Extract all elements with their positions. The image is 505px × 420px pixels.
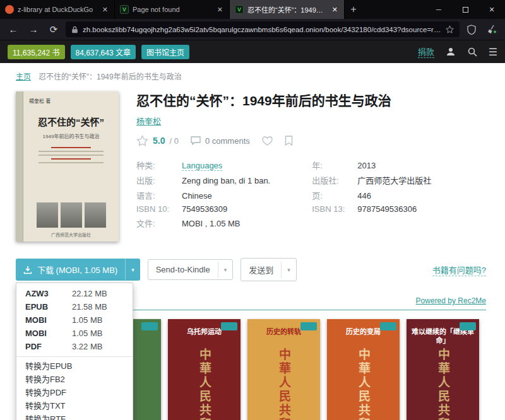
detail-row: 种类: Languages (136, 159, 270, 171)
related-book-series: 中華人民共和國史 (275, 348, 292, 420)
cover-spine (16, 91, 23, 242)
convert-to-pdf[interactable]: 转换为PDF (16, 386, 133, 399)
donate-link[interactable]: 捐款 (418, 45, 434, 58)
close-button[interactable]: ✕ (478, 0, 505, 19)
detail-label: ISBN 13: (312, 204, 357, 214)
download-format-dropdown-toggle[interactable]: ▾ (125, 259, 140, 281)
comments-count[interactable]: 0 comments (205, 136, 250, 146)
download-button[interactable]: 下载 (MOBI, 1.05 MB) (16, 259, 125, 281)
tab-title: Page not found (133, 6, 212, 13)
detail-row: 年: 2013 (312, 159, 431, 171)
format-option-pdf[interactable]: PDF 3.22 MB (16, 340, 133, 353)
site-header: 11,635,242 书 84,637,643 文章 图书馆主页 捐款 ☰ (0, 40, 505, 63)
cover-photo (61, 202, 82, 228)
format-name: MOBI (25, 316, 72, 324)
book-main-section: 楊奎松 著 忍不住的“关怀” 1949年前后的书生与政治 广西师范大学出版社 忍… (0, 84, 505, 242)
url-text[interactable]: zh.bookszlibb74ugqojhzhg2a63w5i2atv5bqar… (83, 26, 441, 33)
back-button[interactable]: ← (5, 21, 21, 38)
download-icon (23, 265, 32, 274)
format-option-mobi-2[interactable]: MOBI 1.05 MB (16, 327, 133, 340)
send-to-button[interactable]: 发送到 ▾ (241, 258, 297, 281)
url-bar[interactable]: zh.bookszlibb74ugqojhzhg2a63w5i2atv5bqar… (66, 21, 460, 37)
format-option-mobi[interactable]: MOBI 1.05 MB (16, 313, 133, 327)
powered-by-link[interactable]: Powered by Rec2Me (416, 296, 486, 305)
tab-close-icon[interactable]: ✕ (216, 6, 224, 14)
minimize-button[interactable]: ─ (425, 0, 452, 19)
tab-close-icon[interactable]: ✕ (101, 6, 109, 14)
download-format-menu: AZW3 22.12 MB EPUB 21.58 MB MOBI 1.05 MB… (16, 283, 133, 420)
shield-icon[interactable] (463, 21, 480, 38)
related-book-series: 中華人民共和國史 (434, 348, 451, 420)
convert-to-fb2[interactable]: 转换为FB2 (16, 373, 133, 386)
related-book-cover-4[interactable]: 历史的变局 中華人民共和國史 (327, 319, 400, 420)
format-name: EPUB (25, 303, 72, 311)
menu-icon[interactable]: ☰ (489, 46, 497, 58)
send-to-kindle-button[interactable]: Send-to-Kindle ▾ (148, 259, 234, 280)
cover-badge (141, 322, 158, 330)
chevron-down-icon: ▾ (218, 262, 233, 278)
window-controls: ─ ✕ (425, 0, 505, 19)
profile-icon[interactable] (446, 47, 456, 57)
related-book-series: 中華人民共和國史 (355, 348, 372, 420)
format-option-azw3[interactable]: AZW3 22.12 MB (16, 287, 133, 300)
format-size: 1.05 MB (72, 329, 102, 337)
book-info: 忍不住的“关怀”：1949年前后的书生与政治 杨奎松 5.0 / 0 0 com… (136, 91, 489, 242)
broom-icon[interactable] (484, 21, 500, 38)
zlibrary-favicon: V (235, 5, 244, 14)
format-name: AZW3 (25, 289, 72, 298)
related-book-cover-5[interactable]: 难以继续的「继续革命」 中華人民共和國史 (407, 319, 479, 420)
favorite-heart-icon[interactable] (262, 136, 273, 146)
related-book-cover-2[interactable]: 乌托邦运动 中華人民共和國史 (168, 319, 241, 420)
new-tab-button[interactable]: + (345, 0, 362, 19)
cover-subtitle: 1949年前后的书生与政治 (43, 132, 100, 139)
book-cover[interactable]: 楊奎松 著 忍不住的“关怀” 1949年前后的书生与政治 广西师范大学出版社 (16, 91, 119, 242)
convert-to-rtf[interactable]: 转换为RTF (16, 412, 133, 420)
tab-close-icon[interactable]: ✕ (331, 6, 339, 14)
convert-to-txt[interactable]: 转换为TXT (16, 399, 133, 412)
format-option-epub[interactable]: EPUB 21.58 MB (16, 300, 133, 313)
tab-page-not-found[interactable]: V Page not found ✕ (115, 0, 230, 19)
star-icon[interactable] (136, 135, 148, 146)
detail-row: 文件: MOBI , 1.05 MB (136, 217, 270, 229)
books-count-badge[interactable]: 11,635,242 书 (8, 45, 65, 59)
zlibrary-favicon: V (120, 5, 129, 14)
detail-label: 种类: (136, 159, 182, 171)
library-home-badge[interactable]: 图书馆主页 (141, 45, 189, 59)
bookmark-star-icon[interactable] (446, 25, 454, 33)
cover-publisher: 广西师范大学出版社 (51, 231, 91, 238)
convert-to-epub[interactable]: 转换为EPUB (16, 359, 133, 373)
rating-score: 5.0 (153, 136, 165, 146)
format-name: PDF (25, 342, 72, 351)
tab-duckduckgo[interactable]: z-library at DuckDuckGo ✕ (0, 0, 115, 19)
categories-link[interactable]: Languages (182, 161, 222, 171)
maximize-icon (463, 7, 468, 13)
tab-book-page-active[interactable]: V 忍不住的“关怀”：1949年前后... ✕ (230, 0, 345, 19)
detail-value: 2013 (357, 161, 376, 170)
detail-label: 页: (312, 189, 357, 201)
cover-badge (221, 322, 237, 330)
forward-button[interactable]: → (25, 21, 42, 38)
detail-label: 出版社: (312, 174, 357, 186)
lock-icon (71, 26, 78, 33)
format-size: 22.12 MB (72, 289, 107, 298)
reload-button[interactable]: ⟳ (45, 21, 62, 38)
maximize-button[interactable] (452, 0, 478, 19)
articles-count-badge[interactable]: 84,637,643 文章 (71, 45, 136, 59)
detail-row: ISBN 13: 9787549536306 (312, 204, 431, 214)
cover-badge (460, 322, 476, 330)
cover-title: 忍不住的“关怀” (38, 117, 104, 129)
related-book-series: 中華人民共和國史 (196, 348, 213, 420)
cover-badge (380, 322, 396, 330)
search-icon[interactable] (467, 47, 477, 57)
tab-title: 忍不住的“关怀”：1949年前后... (247, 4, 327, 15)
detail-value: MOBI , 1.05 MB (182, 219, 240, 228)
bookmark-icon[interactable] (285, 136, 293, 146)
cover-badge (300, 322, 317, 330)
breadcrumb-home-link[interactable]: 主页 (16, 71, 31, 81)
navigation-bar: ← → ⟳ zh.bookszlibb74ugqojhzhg2a63w5i2at… (0, 19, 505, 40)
send-to-label: 发送到 (241, 259, 281, 281)
report-issue-link[interactable]: 书籍有问题吗? (432, 264, 486, 276)
detail-label: 年: (312, 159, 357, 171)
related-book-cover-3[interactable]: 历史的转轨 中華人民共和國史 (247, 319, 320, 420)
author-link[interactable]: 杨奎松 (136, 115, 161, 127)
